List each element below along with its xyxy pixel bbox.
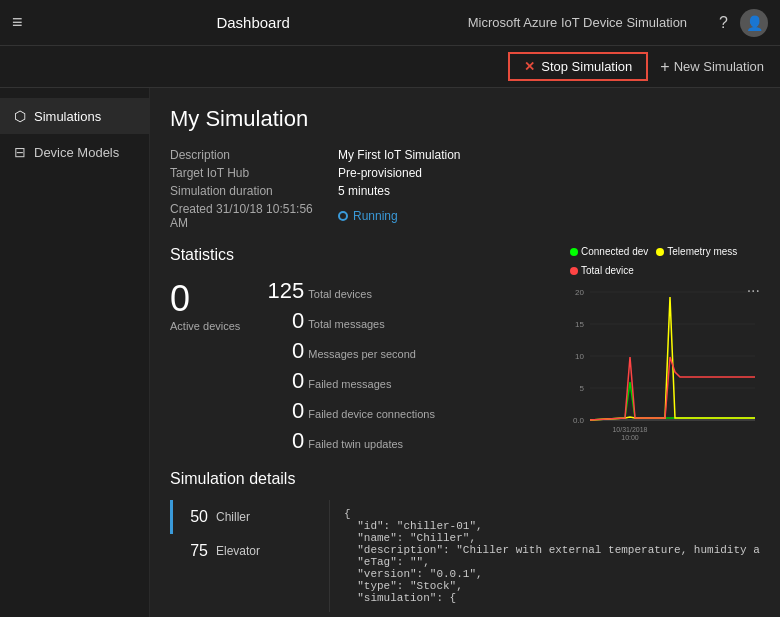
legend-connected: Connected dev xyxy=(570,246,648,257)
svg-text:15: 15 xyxy=(575,320,584,329)
svg-text:10/31/2018: 10/31/2018 xyxy=(612,426,647,433)
app-name: Microsoft Azure IoT Device Simulation xyxy=(468,15,687,30)
elevator-name: Elevator xyxy=(216,544,260,558)
total-label: Total device xyxy=(581,265,634,276)
failed-twin-label: Failed twin updates xyxy=(308,438,403,450)
device-list-item-elevator[interactable]: 75 Elevator xyxy=(170,534,329,568)
device-models-icon: ⊟ xyxy=(14,144,26,160)
failed-connections-number: 0 xyxy=(264,398,304,424)
info-grid: Description My First IoT Simulation Targ… xyxy=(170,148,760,230)
stats-chart-row: Statistics 0 Active devices 125 Total de… xyxy=(170,246,760,454)
device-list-item-chiller[interactable]: 50 Chiller xyxy=(170,500,329,534)
svg-text:20: 20 xyxy=(575,288,584,297)
messages-per-second-number: 0 xyxy=(264,338,304,364)
total-devices-number: 125 xyxy=(264,278,304,304)
sidebar-item-simulations[interactable]: ⬡ Simulations xyxy=(0,98,149,134)
stop-simulation-button[interactable]: ✕ Stop Simulation xyxy=(508,52,648,81)
simulation-details-content: 50 Chiller 75 Elevator { "id": "chiller-… xyxy=(170,500,760,612)
metric-row-total-messages: 0 Total messages xyxy=(264,308,435,334)
metric-row-failed-twin: 0 Failed twin updates xyxy=(264,428,435,454)
chart-area: ··· 20 15 10 5 0.0 xyxy=(570,282,760,442)
new-simulation-button[interactable]: + New Simulation xyxy=(660,58,764,76)
active-devices-label: Active devices xyxy=(170,320,240,332)
failed-twin-number: 0 xyxy=(264,428,304,454)
main-layout: ⬡ Simulations ⊟ Device Models My Simulat… xyxy=(0,88,780,617)
svg-text:5: 5 xyxy=(580,384,585,393)
created-label: Created 31/10/18 10:51:56 AM xyxy=(170,202,330,230)
connected-dot xyxy=(570,248,578,256)
simulations-icon: ⬡ xyxy=(14,108,26,124)
statistics-title: Statistics xyxy=(170,246,560,264)
json-preview: { "id": "chiller-01", "name": "Chiller",… xyxy=(330,500,760,612)
sidebar-item-simulations-label: Simulations xyxy=(34,109,101,124)
svg-text:10: 10 xyxy=(575,352,584,361)
active-devices-block: 0 Active devices xyxy=(170,278,240,332)
description-label: Description xyxy=(170,148,330,162)
description-value: My First IoT Simulation xyxy=(338,148,760,162)
total-devices-label: Total devices xyxy=(308,288,372,300)
messages-per-second-label: Messages per second xyxy=(308,348,416,360)
duration-value: 5 minutes xyxy=(338,184,760,198)
active-devices-count: 0 xyxy=(170,278,240,320)
chiller-name: Chiller xyxy=(216,510,250,524)
page-title: My Simulation xyxy=(170,106,760,132)
sidebar-item-device-models[interactable]: ⊟ Device Models xyxy=(0,134,149,170)
actionbar: ✕ Stop Simulation + New Simulation xyxy=(0,46,780,88)
metric-row-total-devices: 125 Total devices xyxy=(264,278,435,304)
failed-messages-number: 0 xyxy=(264,368,304,394)
svg-text:10:00: 10:00 xyxy=(621,434,639,441)
legend-telemetry: Telemetry mess xyxy=(656,246,737,257)
chart-svg: 20 15 10 5 0.0 10/31/2018 10:00 xyxy=(570,282,760,442)
menu-icon[interactable]: ≡ xyxy=(12,12,23,33)
metric-row-messages-per-second: 0 Messages per second xyxy=(264,338,435,364)
svg-text:0.0: 0.0 xyxy=(573,416,585,425)
duration-label: Simulation duration xyxy=(170,184,330,198)
running-dot-icon xyxy=(338,211,348,221)
plus-icon: + xyxy=(660,58,669,76)
simulation-details-title: Simulation details xyxy=(170,470,760,488)
target-hub-label: Target IoT Hub xyxy=(170,166,330,180)
simulation-details: Simulation details 50 Chiller 75 Elevato… xyxy=(170,470,760,612)
avatar-icon: 👤 xyxy=(746,15,763,31)
metric-row-failed-connections: 0 Failed device connections xyxy=(264,398,435,424)
statistics-panel: Statistics 0 Active devices 125 Total de… xyxy=(170,246,560,454)
legend-total: Total device xyxy=(570,265,634,276)
new-button-label: New Simulation xyxy=(674,59,764,74)
metrics-list: 125 Total devices 0 Total messages 0 Mes… xyxy=(264,278,435,454)
elevator-count: 75 xyxy=(180,542,208,560)
device-list: 50 Chiller 75 Elevator xyxy=(170,500,330,612)
telemetry-dot xyxy=(656,248,664,256)
telemetry-label: Telemetry mess xyxy=(667,246,737,257)
chart-panel: Connected dev Telemetry mess Total devic… xyxy=(560,246,760,454)
close-icon: ✕ xyxy=(524,59,535,74)
sidebar-item-device-models-label: Device Models xyxy=(34,145,119,160)
chiller-count: 50 xyxy=(180,508,208,526)
chart-legend: Connected dev Telemetry mess Total devic… xyxy=(570,246,760,276)
help-icon[interactable]: ? xyxy=(719,14,728,32)
target-hub-value: Pre-provisioned xyxy=(338,166,760,180)
avatar[interactable]: 👤 xyxy=(740,9,768,37)
total-messages-label: Total messages xyxy=(308,318,384,330)
chart-options-button[interactable]: ··· xyxy=(747,282,760,300)
metric-row-failed-messages: 0 Failed messages xyxy=(264,368,435,394)
topbar-title: Dashboard xyxy=(39,14,468,31)
stop-button-label: Stop Simulation xyxy=(541,59,632,74)
failed-messages-label: Failed messages xyxy=(308,378,391,390)
topbar: ≡ Dashboard Microsoft Azure IoT Device S… xyxy=(0,0,780,46)
total-dot xyxy=(570,267,578,275)
connected-label: Connected dev xyxy=(581,246,648,257)
sidebar: ⬡ Simulations ⊟ Device Models xyxy=(0,88,150,617)
failed-connections-label: Failed device connections xyxy=(308,408,435,420)
main-content: My Simulation Description My First IoT S… xyxy=(150,88,780,617)
total-messages-number: 0 xyxy=(264,308,304,334)
status-badge: Running xyxy=(338,202,760,230)
status-text: Running xyxy=(353,209,398,223)
